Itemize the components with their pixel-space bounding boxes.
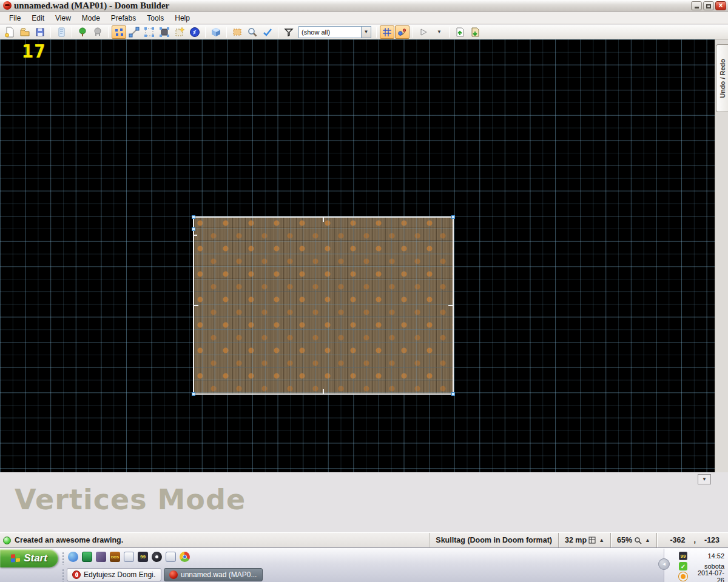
toolbar: (show all) ▼ ▼ — [0, 25, 728, 39]
linedef-tick — [323, 389, 324, 393]
snap-to-grid-button[interactable] — [395, 25, 410, 39]
map-canvas[interactable]: 17 — [0, 39, 715, 472]
quicklaunch-monitor-app-icon[interactable]: 99 — [138, 552, 148, 562]
chevron-down-icon: ▼ — [364, 29, 369, 35]
grid-size-value: 32 mp — [565, 536, 587, 544]
grid-size-segment[interactable]: 32 mp ▲ — [558, 533, 610, 548]
quicklaunch-window-app-icon[interactable] — [124, 552, 134, 562]
quicklaunch-chrome-icon[interactable] — [180, 552, 190, 562]
close-button[interactable]: × — [715, 1, 726, 10]
quicklaunch-grip[interactable] — [62, 552, 64, 565]
menu-tools[interactable]: Tools — [141, 13, 169, 24]
zoom-value: 65% — [617, 536, 632, 544]
menu-prefabs[interactable]: Prefabs — [106, 13, 141, 24]
zoom-stepper[interactable]: ▲ — [645, 537, 650, 543]
sectors-mode-button[interactable] — [142, 25, 157, 39]
tray-clock: 14:52 — [690, 552, 724, 560]
new-file-icon — [4, 27, 15, 38]
map-vertex[interactable] — [192, 392, 195, 396]
linedef-tick — [448, 305, 453, 306]
right-dock-strip: Undo / Redo — [715, 39, 728, 472]
tray-network-monitor-icon[interactable]: 99 — [679, 552, 687, 560]
desktop: unnamed.wad (MAP01) - Doom Builder × Fil… — [0, 0, 728, 582]
load-resource-button[interactable] — [453, 25, 467, 39]
open-map-button[interactable] — [18, 25, 32, 39]
new-map-button[interactable] — [2, 25, 17, 39]
things-filter-button[interactable] — [90, 25, 105, 39]
test-map-button[interactable] — [75, 25, 90, 39]
taskbar-window-label: Edytujesz Doom Engi... — [84, 570, 156, 579]
test-run-dropdown[interactable]: ▼ — [431, 25, 446, 39]
select-touching-button[interactable] — [230, 25, 244, 39]
zoom-segment[interactable]: 65% ▲ — [610, 533, 656, 548]
quicklaunch-blue-app-icon[interactable] — [68, 552, 78, 562]
zoom-tool-button[interactable] — [245, 25, 260, 39]
restore-button[interactable] — [703, 1, 714, 10]
menu-file[interactable]: File — [4, 13, 26, 24]
quicklaunch-steam-icon[interactable] — [152, 552, 162, 562]
menu-mode[interactable]: Mode — [76, 13, 106, 24]
tray-update-ok-icon[interactable]: ✓ — [679, 562, 687, 570]
save-floppy-icon — [35, 27, 46, 38]
selection-rect-icon — [232, 27, 243, 38]
panel-expand-button[interactable]: ▼ — [698, 474, 711, 484]
things-filter-combobox[interactable]: (show all) ▼ — [298, 26, 371, 38]
menu-view[interactable]: View — [50, 13, 76, 24]
menu-edit[interactable]: Edit — [26, 13, 50, 24]
quicklaunch-window-app2-icon[interactable] — [166, 552, 176, 562]
map-vertex[interactable] — [192, 227, 195, 231]
game-config-label: Skulltag (Doom in Doom format) — [436, 536, 552, 544]
quicklaunch-image-app-icon[interactable] — [82, 552, 92, 562]
grid-icon — [588, 537, 596, 544]
tray-collapse-button[interactable]: ◄ — [658, 558, 670, 570]
linedef-tick — [194, 235, 197, 236]
doom-builder-icon[interactable] — [3, 1, 12, 10]
mouse-x-value: -362 — [670, 536, 685, 544]
save-map-button[interactable] — [33, 25, 47, 39]
status-message: Created an awesome drawing. — [15, 536, 429, 544]
toolbar-separator — [376, 27, 377, 38]
3d-mode-button[interactable] — [209, 25, 223, 39]
toolbar-separator — [278, 27, 278, 38]
menu-bar: File Edit View Mode Prefabs Tools Help — [0, 12, 728, 24]
test-run-button[interactable] — [416, 25, 431, 39]
vertices-mode-button[interactable] — [112, 25, 126, 39]
grid-setup-button[interactable] — [380, 25, 394, 39]
undo-redo-tab[interactable]: Undo / Redo — [716, 44, 728, 112]
map-vertex[interactable] — [192, 215, 195, 219]
start-button[interactable]: Start — [0, 549, 58, 567]
taskbar-window-doom-builder[interactable]: unnamed.wad (MAP0... — [164, 568, 263, 581]
linedefs-mode-icon — [129, 27, 140, 38]
menu-help[interactable]: Help — [169, 13, 195, 24]
export-green-arrow-icon — [470, 27, 480, 38]
script-editor-button[interactable] — [54, 25, 69, 39]
map-vertex[interactable] — [451, 392, 455, 396]
import-green-arrow-icon — [454, 27, 465, 38]
make-sector-mode-button[interactable] — [157, 25, 172, 39]
taskband-grip[interactable] — [62, 569, 64, 582]
brightness-mode-button[interactable] — [187, 25, 202, 39]
grid-size-stepper[interactable]: ▲ — [599, 537, 604, 543]
close-icon: × — [718, 2, 723, 8]
toolbar-separator — [50, 27, 51, 38]
toolbar-separator — [108, 27, 109, 38]
taskbar-window-browser[interactable]: Edytujesz Doom Engi... — [67, 568, 161, 581]
windows-logo-icon — [11, 554, 21, 563]
linedef-tick — [323, 218, 324, 222]
tray-antivirus-icon[interactable] — [679, 572, 687, 581]
things-mode-button[interactable] — [172, 25, 187, 39]
coords-separator: , — [693, 536, 695, 544]
check-map-button[interactable] — [260, 25, 275, 39]
map-vertex[interactable] — [451, 215, 455, 219]
game-config-segment: Skulltag (Doom in Doom format) — [429, 533, 558, 548]
drawn-sector[interactable] — [193, 216, 454, 395]
save-resource-button[interactable] — [468, 25, 482, 39]
quicklaunch-media-app-icon[interactable] — [96, 552, 106, 562]
vertex-counter: 17 — [22, 41, 46, 62]
quicklaunch-dosbox-icon[interactable]: DOS — [110, 552, 120, 562]
minimize-button[interactable] — [691, 1, 702, 10]
combobox-dropdown-button[interactable]: ▼ — [361, 27, 371, 38]
filter-things-button[interactable] — [281, 25, 296, 39]
workspace: 17 Undo / Redo — [0, 39, 728, 472]
linedefs-mode-button[interactable] — [127, 25, 141, 39]
